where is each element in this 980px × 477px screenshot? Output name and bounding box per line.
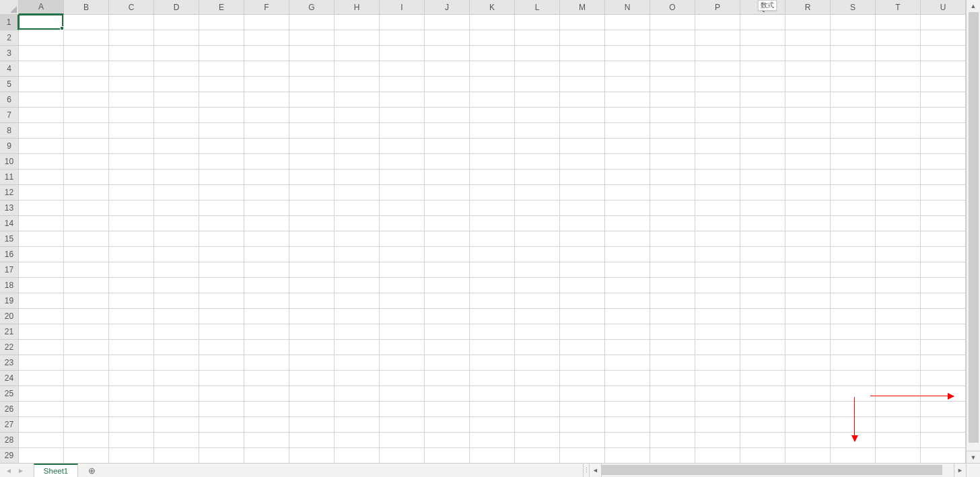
cell-N16[interactable] bbox=[605, 247, 650, 262]
cell-E9[interactable] bbox=[199, 139, 244, 154]
cell-L17[interactable] bbox=[515, 262, 560, 278]
cell-M20[interactable] bbox=[560, 309, 605, 324]
cell-N17[interactable] bbox=[605, 262, 650, 278]
cell-Q21[interactable] bbox=[740, 324, 785, 340]
cell-G5[interactable] bbox=[289, 77, 335, 92]
cell-K15[interactable] bbox=[470, 231, 515, 247]
cell-N29[interactable] bbox=[605, 448, 650, 464]
hscroll-thumb[interactable] bbox=[602, 465, 942, 475]
cell-R26[interactable] bbox=[785, 402, 831, 417]
cell-G29[interactable] bbox=[289, 448, 335, 464]
cell-U9[interactable] bbox=[921, 139, 966, 154]
cell-P22[interactable] bbox=[695, 340, 740, 355]
cell-D11[interactable] bbox=[154, 170, 199, 185]
cell-N22[interactable] bbox=[605, 340, 650, 355]
cell-T15[interactable] bbox=[876, 231, 921, 247]
cell-N21[interactable] bbox=[605, 324, 650, 340]
cell-D19[interactable] bbox=[154, 293, 199, 309]
vscroll-track[interactable] bbox=[967, 12, 980, 451]
cell-Q5[interactable] bbox=[740, 77, 785, 92]
cell-O25[interactable] bbox=[650, 386, 695, 402]
cell-C24[interactable] bbox=[109, 371, 154, 386]
cell-R20[interactable] bbox=[785, 309, 831, 324]
cell-T25[interactable] bbox=[876, 386, 921, 402]
cell-T19[interactable] bbox=[876, 293, 921, 309]
cell-A14[interactable] bbox=[19, 216, 64, 231]
row-header-8[interactable]: 8 bbox=[0, 123, 19, 139]
cell-K18[interactable] bbox=[470, 278, 515, 293]
cell-J9[interactable] bbox=[425, 139, 470, 154]
cell-R5[interactable] bbox=[785, 77, 831, 92]
row-header-17[interactable]: 17 bbox=[0, 262, 19, 278]
row-header-11[interactable]: 11 bbox=[0, 170, 19, 185]
cell-P7[interactable] bbox=[695, 108, 740, 123]
cell-I3[interactable] bbox=[380, 46, 425, 61]
cell-S20[interactable] bbox=[831, 309, 876, 324]
tab-nav-buttons[interactable]: ◄ ► bbox=[0, 464, 30, 477]
cell-H7[interactable] bbox=[335, 108, 380, 123]
cell-N23[interactable] bbox=[605, 355, 650, 371]
cell-H12[interactable] bbox=[335, 185, 380, 200]
cell-E26[interactable] bbox=[199, 402, 244, 417]
cell-E10[interactable] bbox=[199, 154, 244, 170]
cell-M26[interactable] bbox=[560, 402, 605, 417]
cell-L2[interactable] bbox=[515, 30, 560, 46]
column-header-E[interactable]: E bbox=[199, 0, 244, 15]
cell-F19[interactable] bbox=[244, 293, 289, 309]
cell-Q10[interactable] bbox=[740, 154, 785, 170]
cell-K8[interactable] bbox=[470, 123, 515, 139]
scroll-down-button[interactable]: ▼ bbox=[967, 451, 980, 463]
cell-J10[interactable] bbox=[425, 154, 470, 170]
cell-M14[interactable] bbox=[560, 216, 605, 231]
cell-Q13[interactable] bbox=[740, 200, 785, 216]
cell-T18[interactable] bbox=[876, 278, 921, 293]
cell-O2[interactable] bbox=[650, 30, 695, 46]
cell-J18[interactable] bbox=[425, 278, 470, 293]
cell-U20[interactable] bbox=[921, 309, 966, 324]
cell-P29[interactable] bbox=[695, 448, 740, 464]
row-header-10[interactable]: 10 bbox=[0, 154, 19, 170]
scroll-right-button[interactable]: ► bbox=[954, 464, 966, 477]
cell-H22[interactable] bbox=[335, 340, 380, 355]
cell-S9[interactable] bbox=[831, 139, 876, 154]
cell-C14[interactable] bbox=[109, 216, 154, 231]
cell-M5[interactable] bbox=[560, 77, 605, 92]
cell-R2[interactable] bbox=[785, 30, 831, 46]
row-header-29[interactable]: 29 bbox=[0, 448, 19, 464]
cell-B8[interactable] bbox=[64, 123, 109, 139]
cell-I23[interactable] bbox=[380, 355, 425, 371]
cell-L5[interactable] bbox=[515, 77, 560, 92]
row-header-28[interactable]: 28 bbox=[0, 433, 19, 448]
row-header-14[interactable]: 14 bbox=[0, 216, 19, 231]
column-header-C[interactable]: C bbox=[109, 0, 154, 15]
cell-N9[interactable] bbox=[605, 139, 650, 154]
cell-K17[interactable] bbox=[470, 262, 515, 278]
cell-Q8[interactable] bbox=[740, 123, 785, 139]
cell-J12[interactable] bbox=[425, 185, 470, 200]
cell-E3[interactable] bbox=[199, 46, 244, 61]
cell-Q19[interactable] bbox=[740, 293, 785, 309]
cell-E21[interactable] bbox=[199, 324, 244, 340]
cell-K21[interactable] bbox=[470, 324, 515, 340]
cell-C19[interactable] bbox=[109, 293, 154, 309]
cell-Q1[interactable] bbox=[740, 15, 785, 30]
cell-K16[interactable] bbox=[470, 247, 515, 262]
cell-F27[interactable] bbox=[244, 417, 289, 433]
cell-K1[interactable] bbox=[470, 15, 515, 30]
cell-F24[interactable] bbox=[244, 371, 289, 386]
cell-P14[interactable] bbox=[695, 216, 740, 231]
cell-S29[interactable] bbox=[831, 448, 876, 464]
cell-A8[interactable] bbox=[19, 123, 64, 139]
cell-C18[interactable] bbox=[109, 278, 154, 293]
cell-C15[interactable] bbox=[109, 231, 154, 247]
cell-B17[interactable] bbox=[64, 262, 109, 278]
cell-M8[interactable] bbox=[560, 123, 605, 139]
cell-B7[interactable] bbox=[64, 108, 109, 123]
cell-T20[interactable] bbox=[876, 309, 921, 324]
cell-H2[interactable] bbox=[335, 30, 380, 46]
cell-P1[interactable] bbox=[695, 15, 740, 30]
cell-F17[interactable] bbox=[244, 262, 289, 278]
cell-L28[interactable] bbox=[515, 433, 560, 448]
cell-G24[interactable] bbox=[289, 371, 335, 386]
cell-L14[interactable] bbox=[515, 216, 560, 231]
